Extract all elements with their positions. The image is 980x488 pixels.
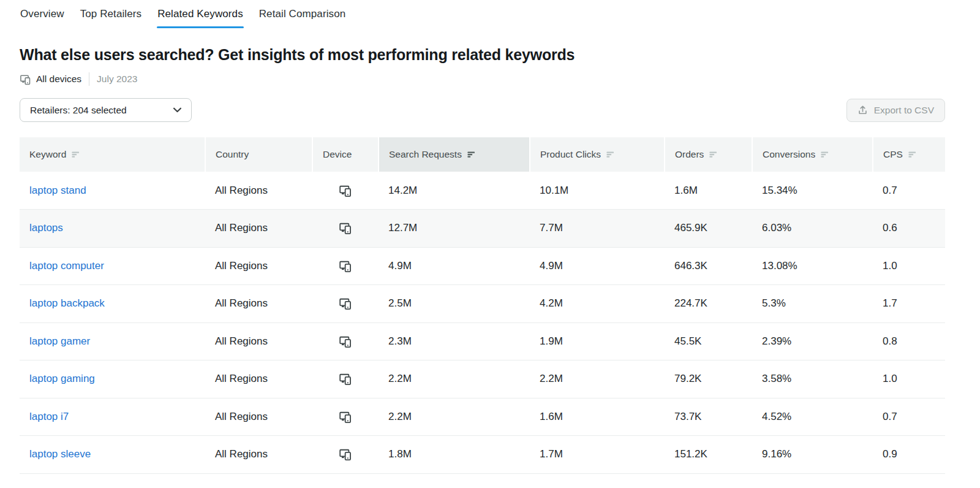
device-cell (312, 398, 379, 436)
column-label: Product Clicks (540, 149, 601, 160)
sort-icon (709, 150, 718, 159)
column-header-conversions[interactable]: Conversions (752, 137, 873, 172)
cps-cell: 1.0 (873, 247, 945, 285)
product-clicks-cell: 10.1M (530, 172, 665, 210)
country-cell: All Regions (205, 210, 312, 248)
device-cell (312, 322, 379, 360)
table-row: laptop gaming All Regions 2.2M 2.2M 79.2… (20, 360, 945, 398)
product-clicks-cell: 4.2M (530, 285, 665, 323)
keyword-link[interactable]: laptop computer (29, 260, 104, 272)
all-devices-icon (339, 335, 352, 348)
column-header-keyword[interactable]: Keyword (20, 137, 205, 172)
sort-icon (72, 150, 80, 159)
keyword-link[interactable]: laptop gaming (29, 373, 95, 384)
retailers-dropdown-value: Retailers: 204 selected (30, 105, 127, 116)
page-title: What else users searched? Get insights o… (20, 46, 945, 64)
column-label: Device (323, 149, 352, 160)
product-clicks-cell: 4.9M (530, 247, 665, 285)
table-row: laptop sleeve All Regions 1.8M 1.7M 151.… (20, 436, 945, 474)
orders-cell: 151.2K (665, 436, 752, 474)
cps-cell: 0.6 (873, 210, 945, 248)
column-header-product-clicks[interactable]: Product Clicks (530, 137, 665, 172)
product-clicks-cell: 2.2M (530, 360, 665, 398)
keyword-link[interactable]: laptop gamer (29, 335, 90, 347)
keyword-link[interactable]: laptop i7 (29, 411, 69, 422)
cps-cell: 0.7 (873, 172, 945, 210)
device-cell (312, 360, 379, 398)
column-label: CPS (883, 149, 903, 160)
table-row: laptop computer All Regions 4.9M 4.9M 64… (20, 247, 945, 285)
column-label: Keyword (29, 149, 66, 160)
cps-cell: 0.7 (873, 398, 945, 436)
divider (89, 72, 89, 86)
search-requests-cell: 12.7M (379, 210, 530, 248)
country-cell: All Regions (205, 247, 312, 285)
country-cell: All Regions (205, 322, 312, 360)
device-cell (312, 172, 379, 210)
product-clicks-cell: 7.7M (530, 210, 665, 248)
filters-summary: All devices July 2023 (20, 72, 945, 86)
keyword-link[interactable]: laptops (29, 222, 63, 234)
tab-top-retailers[interactable]: Top Retailers (80, 8, 143, 28)
chevron-down-icon (173, 107, 181, 113)
retailers-dropdown[interactable]: Retailers: 204 selected (20, 98, 192, 122)
keyword-link[interactable]: laptop sleeve (29, 448, 91, 460)
table-row: laptops All Regions 12.7M 7.7M 465.9K 6.… (20, 210, 945, 248)
table-row: laptop stand All Regions 14.2M 10.1M 1.6… (20, 172, 945, 210)
keyword-link[interactable]: laptop backpack (29, 297, 105, 309)
tab-related-keywords[interactable]: Related Keywords (157, 8, 244, 28)
product-clicks-cell: 1.7M (530, 436, 665, 474)
tab-retail-comparison[interactable]: Retail Comparison (258, 8, 347, 28)
sort-desc-icon (467, 150, 476, 159)
sort-icon (821, 150, 829, 159)
device-cell (312, 210, 379, 248)
conversions-cell: 9.16% (752, 436, 873, 474)
export-csv-button[interactable]: Export to CSV (846, 99, 945, 122)
tab-bar: Overview Top Retailers Related Keywords … (20, 0, 945, 28)
orders-cell: 465.9K (665, 210, 752, 248)
country-cell: All Regions (205, 436, 312, 474)
table-row: laptop gamer All Regions 2.3M 1.9M 45.5K… (20, 322, 945, 360)
country-cell: All Regions (205, 172, 312, 210)
column-header-cps[interactable]: CPS (873, 137, 945, 172)
search-requests-cell: 1.8M (379, 436, 530, 474)
column-label: Country (216, 149, 249, 160)
orders-cell: 79.2K (665, 360, 752, 398)
device-cell (312, 247, 379, 285)
column-header-search-requests[interactable]: Search Requests (379, 137, 530, 172)
all-devices-icon (339, 184, 352, 197)
product-clicks-cell: 1.6M (530, 398, 665, 436)
search-requests-cell: 4.9M (379, 247, 530, 285)
all-devices-icon (339, 410, 352, 424)
orders-cell: 1.6M (665, 172, 752, 210)
export-icon (858, 105, 868, 115)
table-row: laptop i7 All Regions 2.2M 1.6M 73.7K 4.… (20, 398, 945, 436)
related-keywords-page: Overview Top Retailers Related Keywords … (20, 0, 945, 474)
product-clicks-cell: 1.9M (530, 322, 665, 360)
orders-cell: 646.3K (665, 247, 752, 285)
table-row: laptop backpack All Regions 2.5M 4.2M 22… (20, 285, 945, 323)
conversions-cell: 2.39% (752, 322, 873, 360)
column-header-device[interactable]: Device (312, 137, 379, 172)
search-requests-cell: 14.2M (379, 172, 530, 210)
conversions-cell: 6.03% (752, 210, 873, 248)
column-header-orders[interactable]: Orders (665, 137, 752, 172)
conversions-cell: 5.3% (752, 285, 873, 323)
related-keywords-table: Keyword Country Device Search Requests P… (20, 137, 945, 474)
cps-cell: 0.8 (873, 322, 945, 360)
country-cell: All Regions (205, 285, 312, 323)
cps-cell: 0.9 (873, 436, 945, 474)
sort-icon (606, 150, 615, 159)
device-cell (312, 436, 379, 474)
tab-overview[interactable]: Overview (20, 8, 65, 28)
all-devices-icon (339, 221, 352, 235)
keyword-link[interactable]: laptop stand (29, 185, 86, 196)
country-cell: All Regions (205, 360, 312, 398)
device-cell (312, 285, 379, 323)
device-filter-text: All devices (36, 74, 81, 85)
cps-cell: 1.7 (873, 285, 945, 323)
all-devices-icon (339, 259, 352, 273)
column-header-country[interactable]: Country (205, 137, 312, 172)
device-filter-label: All devices (20, 74, 81, 85)
column-label: Search Requests (389, 149, 462, 160)
